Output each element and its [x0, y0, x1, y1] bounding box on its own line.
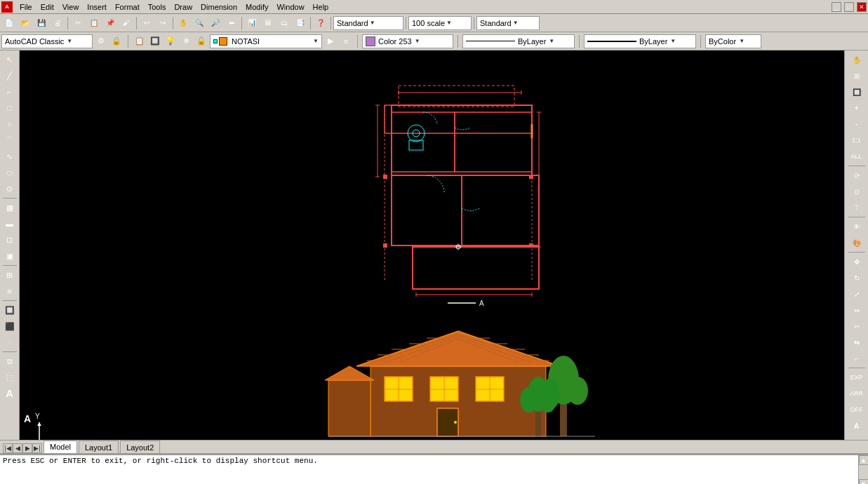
- text-style-dropdown[interactable]: Standard▼: [333, 16, 403, 30]
- menu-dimension[interactable]: Dimension: [196, 2, 241, 12]
- print-button[interactable]: 🖨: [50, 15, 65, 31]
- save-button[interactable]: 💾: [34, 15, 49, 31]
- zoom-out-btn[interactable]: -: [847, 116, 867, 132]
- rectangle-tool[interactable]: □: [2, 100, 18, 116]
- spline-tool[interactable]: ∿: [2, 149, 18, 164]
- drawing-canvas[interactable]: A: [20, 51, 844, 440]
- hatch-tool[interactable]: ▦: [2, 200, 18, 215]
- multiline-tool[interactable]: ≡: [2, 283, 18, 299]
- pan-realtime-btn[interactable]: ✋: [847, 52, 867, 67]
- wipeout-tool[interactable]: ▣: [2, 248, 18, 264]
- copy-tool[interactable]: ⧉: [2, 354, 18, 369]
- orbit-btn[interactable]: ⟳: [847, 168, 867, 183]
- tab-nav-next[interactable]: ▶: [22, 443, 32, 453]
- zoom-window-button[interactable]: 🔎: [208, 15, 223, 31]
- scrollbar-down-btn[interactable]: ▼: [859, 479, 869, 484]
- text-tool[interactable]: A: [2, 386, 18, 401]
- layer-name-dropdown[interactable]: NOTASI ▼: [210, 34, 322, 48]
- help-button[interactable]: ❓: [313, 15, 328, 31]
- menu-modify[interactable]: Modify: [241, 2, 272, 12]
- tab-layout2[interactable]: Layout2: [120, 441, 160, 453]
- menu-insert[interactable]: Insert: [83, 2, 111, 12]
- ellipse-tool[interactable]: ⬭: [2, 165, 18, 180]
- layer-on-button[interactable]: 💡: [163, 34, 178, 48]
- table-tool[interactable]: ⊞: [2, 267, 18, 283]
- fillet-btn[interactable]: ⌐: [847, 351, 867, 366]
- lock-ui-button[interactable]: 🔒: [109, 34, 123, 48]
- tab-nav-prev[interactable]: ◀: [13, 443, 22, 453]
- zoom-scale-btn[interactable]: 1:1: [847, 133, 867, 148]
- layer-match-button[interactable]: ≡: [339, 34, 353, 48]
- tab-nav-last[interactable]: ▶|: [32, 443, 42, 453]
- properties-button[interactable]: 📊: [244, 15, 260, 31]
- matchprop-button[interactable]: 🖌: [119, 15, 134, 31]
- sheetset-button[interactable]: 📑: [293, 15, 308, 31]
- tab-model[interactable]: Model: [44, 441, 77, 453]
- lineweight-dropdown[interactable]: ByLayer ▼: [584, 34, 696, 48]
- menu-format[interactable]: Format: [111, 2, 144, 12]
- linetype-dropdown[interactable]: ByLayer ▼: [462, 34, 575, 48]
- plotstyle-dropdown[interactable]: ByColor ▼: [705, 34, 761, 48]
- layer-props-button[interactable]: ▶: [323, 34, 338, 48]
- close-button[interactable]: ✕: [857, 2, 867, 12]
- named-views-btn[interactable]: 👁: [847, 219, 867, 234]
- maximize-button[interactable]: □: [844, 2, 854, 12]
- menu-draw[interactable]: Draw: [170, 2, 196, 12]
- paste-button[interactable]: 📌: [102, 15, 118, 31]
- select-tool[interactable]: ↖: [2, 52, 18, 67]
- text-rt-btn[interactable]: A: [847, 418, 867, 433]
- table-style-dropdown[interactable]: Standard▼: [476, 16, 540, 30]
- rotate-btn[interactable]: ↻: [847, 270, 867, 285]
- tab-layout1[interactable]: Layout1: [79, 441, 119, 453]
- menu-view[interactable]: View: [58, 2, 84, 12]
- extend-btn[interactable]: ⇆: [847, 335, 867, 350]
- trim-btn[interactable]: ✂: [847, 318, 867, 334]
- toolpalette-button[interactable]: 🗂: [276, 15, 292, 31]
- pan-button[interactable]: ✋: [175, 15, 191, 31]
- view-top-btn[interactable]: ⊤: [847, 200, 867, 215]
- open-button[interactable]: 📂: [18, 15, 33, 31]
- visual-styles-btn[interactable]: 🎨: [847, 235, 867, 250]
- dim-scale-dropdown[interactable]: 100 scale▼: [408, 16, 472, 30]
- copy-button[interactable]: 📋: [86, 15, 102, 31]
- insert-block-tool[interactable]: ⬛: [2, 318, 18, 334]
- layer-lock-button[interactable]: 🔓: [194, 34, 208, 48]
- zoom-in-btn[interactable]: +: [847, 100, 867, 116]
- line-tool[interactable]: ╱: [2, 68, 18, 83]
- zoom-window-rt-btn[interactable]: 🔲: [847, 84, 867, 100]
- layer-freeze-button[interactable]: ❄: [179, 34, 193, 48]
- zoom-extents-btn[interactable]: ⊞: [847, 68, 867, 83]
- stretch-btn[interactable]: ⇔: [847, 302, 867, 318]
- gradient-tool[interactable]: ▬: [2, 216, 18, 231]
- explode-btn[interactable]: EXP: [847, 370, 867, 385]
- 3d-orbit-btn[interactable]: ⊙: [847, 184, 867, 199]
- scrollbar-track[interactable]: [859, 465, 868, 479]
- redo-button[interactable]: ↪: [155, 15, 171, 31]
- color-dropdown[interactable]: Color 253 ▼: [362, 34, 453, 48]
- point-tool[interactable]: ·: [2, 335, 18, 350]
- menu-window[interactable]: Window: [272, 2, 308, 12]
- region-tool[interactable]: ⊡: [2, 232, 18, 248]
- undo-button[interactable]: ↩: [139, 15, 154, 31]
- menu-tools[interactable]: Tools: [144, 2, 171, 12]
- mirror-tool[interactable]: ⬚: [2, 370, 18, 385]
- zoom-realtime-button[interactable]: 🔍: [192, 15, 207, 31]
- move-btn[interactable]: ✥: [847, 254, 867, 269]
- designcenter-button[interactable]: 🏛: [260, 15, 276, 31]
- new-button[interactable]: 📄: [1, 15, 17, 31]
- zoom-prev-button[interactable]: ⬅: [224, 15, 239, 31]
- offset-btn[interactable]: OFF: [847, 402, 867, 417]
- circle-tool[interactable]: ○: [2, 116, 18, 132]
- block-tool[interactable]: 🔲: [2, 302, 18, 318]
- scale-btn[interactable]: ⤢: [847, 286, 867, 302]
- donut-tool[interactable]: ⊙: [2, 181, 18, 196]
- tab-nav-first[interactable]: |◀: [3, 443, 13, 453]
- minimize-button[interactable]: _: [832, 2, 841, 12]
- scrollbar-up-btn[interactable]: ▲: [859, 455, 869, 465]
- customize-button[interactable]: ⚙: [94, 34, 108, 48]
- menu-edit[interactable]: Edit: [36, 2, 58, 12]
- layer-state-button[interactable]: 🔲: [148, 34, 162, 48]
- layer-manager-button[interactable]: 📋: [133, 34, 147, 48]
- array-btn[interactable]: ARR: [847, 386, 867, 401]
- zoom-all-btn[interactable]: ALL: [847, 149, 867, 164]
